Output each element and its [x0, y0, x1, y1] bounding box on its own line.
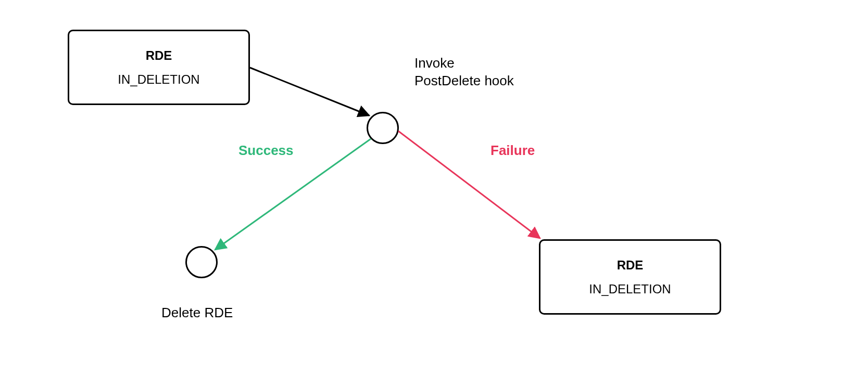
- state-box-start: RDE IN_DELETION: [68, 30, 250, 105]
- state-box-start-title: RDE: [146, 48, 172, 63]
- hook-label: Invoke PostDelete hook: [414, 55, 514, 90]
- edge-start-to-hook: [250, 68, 369, 115]
- edge-label-failure: Failure: [490, 142, 535, 160]
- hook-label-line1: Invoke: [414, 55, 514, 72]
- state-box-end: RDE IN_DELETION: [539, 239, 721, 315]
- edge-label-success: Success: [238, 142, 294, 160]
- delete-label: Delete RDE: [161, 304, 233, 322]
- delete-circle-node: [185, 246, 218, 278]
- state-box-end-subtitle: IN_DELETION: [589, 282, 671, 296]
- hook-circle-node: [367, 112, 399, 144]
- state-box-start-subtitle: IN_DELETION: [118, 72, 199, 87]
- state-box-end-title: RDE: [617, 258, 644, 273]
- hook-label-line2: PostDelete hook: [414, 72, 514, 90]
